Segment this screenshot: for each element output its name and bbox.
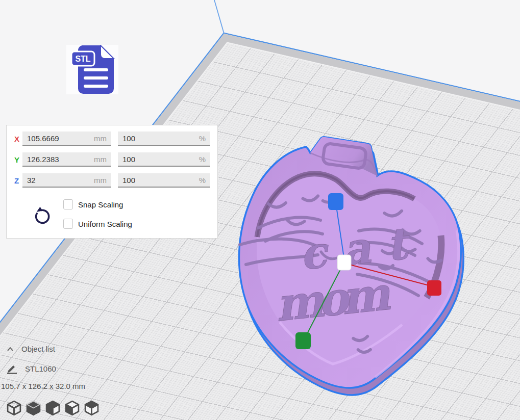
scale-z-mm-input[interactable]: 32 mm — [22, 173, 111, 188]
scale-x-value: 105.6669 — [27, 134, 94, 143]
snap-scaling-checkbox[interactable] — [63, 199, 73, 209]
uniform-scaling-label: Uniform Scaling — [78, 220, 132, 228]
view-top-button[interactable] — [45, 400, 60, 416]
scale-row-z: Z 32 mm 100 % — [7, 173, 217, 189]
stl-badge-label: STL — [75, 55, 90, 63]
scale-z-percent-unit: % — [199, 176, 206, 185]
document-fold-corner — [101, 45, 114, 59]
view-front-button[interactable] — [26, 400, 41, 416]
doc-line-2 — [84, 76, 108, 80]
scale-y-mm-input[interactable]: 126.2383 mm — [22, 152, 111, 167]
scale-z-value: 32 — [27, 176, 94, 185]
uniform-scaling-row: Uniform Scaling — [63, 219, 132, 229]
axis-label-y: Y — [14, 155, 19, 164]
cube-left-view-icon — [65, 400, 80, 416]
scale-y-value: 126.2383 — [27, 155, 94, 164]
scale-row-y: Y 126.2383 mm 100 % — [7, 152, 217, 168]
build-volume-edge — [214, 0, 224, 34]
scale-z-percent: 100 — [122, 176, 199, 185]
view-left-button[interactable] — [65, 400, 80, 416]
chevron-up-icon — [6, 346, 14, 352]
axis-label-x: X — [14, 135, 19, 143]
scale-x-unit: mm — [94, 134, 107, 143]
scale-tool-panel: X 105.6669 mm 100 % Y 126.2383 mm 100 % … — [6, 125, 218, 239]
object-list-item[interactable]: STL1060 — [6, 363, 118, 374]
stl-file-icon[interactable]: STL — [66, 45, 118, 94]
cube-front-view-icon — [26, 400, 41, 416]
snap-scaling-label: Snap Scaling — [78, 200, 123, 209]
doc-line-1 — [84, 68, 108, 71]
view-right-button[interactable] — [84, 400, 99, 416]
reset-scale-button[interactable] — [32, 206, 53, 226]
pencil-icon — [6, 363, 18, 374]
object-list-item-name: STL1060 — [25, 364, 56, 373]
cube-top-view-icon — [45, 400, 60, 416]
camera-view-toolbar — [7, 400, 99, 416]
scale-z-percent-input[interactable]: 100 % — [118, 173, 210, 188]
cube-3d-view-icon — [7, 400, 21, 416]
doc-line-3 — [84, 85, 108, 88]
scale-y-percent-unit: % — [199, 155, 206, 164]
axis-label-z: Z — [14, 176, 19, 185]
scale-row-x: X 105.6669 mm 100 % — [7, 132, 217, 147]
cube-right-view-icon — [84, 400, 99, 416]
uniform-scaling-checkbox[interactable] — [63, 219, 73, 229]
scale-x-mm-input[interactable]: 105.6669 mm — [22, 132, 111, 146]
object-list-header[interactable]: Object list — [6, 345, 108, 353]
object-dimensions: 105.7 x 126.2 x 32.0 mm — [1, 382, 134, 390]
scale-y-percent: 100 — [122, 155, 199, 164]
scale-x-percent-unit: % — [199, 134, 206, 143]
stl-document-icon: STL — [68, 45, 117, 94]
scale-z-unit: mm — [94, 176, 107, 185]
scale-y-percent-input[interactable]: 100 % — [118, 152, 210, 167]
scale-y-unit: mm — [94, 155, 107, 164]
scale-x-percent-input[interactable]: 100 % — [118, 132, 210, 146]
reset-arrow-icon — [32, 206, 53, 226]
snap-scaling-row: Snap Scaling — [63, 199, 123, 209]
scale-x-percent: 100 — [122, 134, 199, 143]
object-list-title: Object list — [21, 345, 55, 353]
view-3d-button[interactable] — [7, 400, 21, 416]
